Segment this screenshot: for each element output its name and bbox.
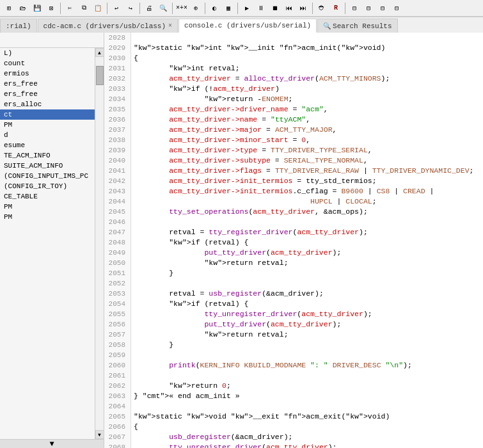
line-num-2063: 2063 [104, 391, 128, 401]
scrollbar-up-arrow[interactable]: ▲ [95, 48, 104, 57]
sidebar-item-16[interactable]: PM [0, 212, 95, 222]
code-line-2032[interactable]: acm_tty_driver = alloc_tty_driver(ACM_TT… [134, 74, 478, 84]
code-line-2059[interactable] [134, 350, 478, 360]
code-line-2038[interactable]: acm_tty_driver->minor_start = 0, [134, 135, 478, 145]
copy-btn[interactable]: ⧉ [77, 2, 90, 15]
code-line-2061[interactable] [134, 371, 478, 381]
pause-btn[interactable]: ⏸ [255, 2, 267, 15]
search-btn[interactable]: 🔍 [157, 2, 170, 15]
split-btn[interactable]: ◐ [208, 2, 221, 15]
code-line-2040[interactable]: acm_tty_driver->subtype = SERIAL_TYPE_NO… [134, 156, 478, 166]
code-line-2028[interactable] [134, 33, 478, 43]
sidebar-item-3[interactable]: ers_free [0, 79, 95, 89]
code-line-2051[interactable]: } [134, 268, 478, 278]
paste-btn[interactable]: 📋 [91, 2, 104, 15]
step-back-btn[interactable]: ⏮ [283, 2, 296, 15]
sidebar-item-9[interactable]: esume [0, 140, 95, 150]
code-line-2031[interactable]: "kw">int retval; [134, 63, 478, 74]
code-line-2056[interactable]: put_tty_driver(acm_tty_driver); [134, 319, 478, 330]
save-btn[interactable]: 💾 [31, 2, 44, 15]
sidebar-item-14[interactable]: CE_TABLE [0, 191, 95, 202]
redo-btn[interactable]: ↪ [124, 2, 137, 15]
view2-btn[interactable]: ⊟ [362, 2, 375, 15]
sidebar-search-input[interactable] [3, 36, 101, 44]
sidebar-item-4[interactable]: ers_free [0, 89, 95, 99]
code-line-2060[interactable]: printk(KERN_INFO KBUILD_MODNAME ": " DRI… [134, 360, 478, 371]
grid-btn[interactable]: ▦ [222, 2, 235, 15]
code-line-2057[interactable]: "kw">return retval; [134, 330, 478, 340]
sidebar-item-6[interactable]: ct [0, 109, 95, 120]
sidebar-item-15[interactable]: PM [0, 202, 95, 212]
view1-btn[interactable]: ⊟ [348, 2, 361, 15]
sidebar-item-12[interactable]: (CONFIG_INPUT_IMS_PC [0, 171, 95, 181]
code-line-2049[interactable]: put_tty_driver(acm_tty_driver); [134, 248, 478, 258]
line-num-2030: 2030 [104, 53, 128, 63]
tab-serial[interactable]: :rial) [0, 19, 37, 33]
code-line-2068[interactable]: tty_unregister_driver(acm_tty_driver); [134, 442, 478, 448]
code-line-2039[interactable]: acm_tty_driver->type = TTY_DRIVER_TYPE_S… [134, 145, 478, 156]
sidebar-item-11[interactable]: SUITE_ACM_INFO [0, 161, 95, 171]
code-line-2053[interactable]: retval = usb_register(&acm_driver); [134, 289, 478, 299]
stop-btn[interactable]: ⏹ [269, 2, 281, 15]
code-line-2045[interactable]: tty_set_operations(acm_tty_driver, &acm_… [134, 207, 478, 217]
sidebar-item-5[interactable]: ers_alloc [0, 99, 95, 109]
open-btn[interactable]: 🗁 [17, 2, 29, 15]
code-line-2048[interactable]: "kw">if (retval) { [134, 237, 478, 248]
sidebar-item-10[interactable]: TE_ACM_INFO [0, 150, 95, 161]
code-line-2065[interactable]: "kw">static "kw">void "kw">__exit "fn">a… [134, 412, 478, 422]
line-num-2041: 2041 [104, 166, 128, 176]
code-line-2055[interactable]: tty_unregister_driver(acm_tty_driver); [134, 309, 478, 319]
code-line-2047[interactable]: retval = tty_register_driver(acm_tty_dri… [134, 227, 478, 237]
step-fwd-btn[interactable]: ⏭ [297, 2, 310, 15]
code-line-2034[interactable]: "kw">return -ENOMEM; [134, 94, 478, 104]
line-num-2038: 2038 [104, 135, 128, 145]
view3-btn[interactable]: ⊟ [376, 2, 389, 15]
tab-search-results[interactable]: 🔍 Search Results [317, 19, 397, 33]
scrollbar-thumb[interactable] [96, 66, 104, 85]
code-line-2044[interactable]: HUPCL | CLOCAL; [134, 196, 478, 207]
add-btn[interactable]: ⊕ [189, 2, 202, 15]
sidebar-item-13[interactable]: (CONFIG_IR_TOY) [0, 181, 95, 191]
code-line-2066[interactable]: { [134, 422, 478, 432]
regex-btn[interactable]: R [329, 2, 342, 15]
debug-btn[interactable]: ⛑ [315, 2, 328, 15]
code-line-2037[interactable]: acm_tty_driver->major = ACM_TTY_MAJOR, [134, 125, 478, 135]
code-line-2029[interactable]: "kw">static "kw">int "kw">__init "fn">ac… [134, 43, 478, 53]
sidebar-item-7[interactable]: PM [0, 120, 95, 130]
sidebar-item-1[interactable]: count [0, 58, 95, 68]
code-line-2043[interactable]: acm_tty_driver->init_termios.c_cflag = B… [134, 186, 478, 196]
new-file-btn[interactable]: ⊞ [3, 2, 15, 15]
tab-cdc[interactable]: cdc-acm.c (drivers/usb/class) × [38, 19, 178, 33]
close-btn[interactable]: ⊠ [45, 2, 58, 15]
code-line-2042[interactable]: acm_tty_driver->init_termios = tty_std_t… [134, 176, 478, 186]
code-line-2064[interactable] [134, 401, 478, 412]
code-line-2035[interactable]: acm_tty_driver->driver_name = "acm", [134, 104, 478, 115]
scrollbar-down-arrow[interactable]: ▼ [95, 430, 104, 439]
code-line-2036[interactable]: acm_tty_driver->name = "ttyACM", [134, 115, 478, 125]
tab-cdc-close[interactable]: × [168, 22, 172, 29]
code-line-2041[interactable]: acm_tty_driver->flags = TTY_DRIVER_REAL_… [134, 166, 478, 176]
code-line-2030[interactable]: { [134, 53, 478, 63]
code-line-2054[interactable]: "kw">if (retval) { [134, 299, 478, 309]
print-btn[interactable]: 🖨 [143, 2, 155, 15]
code-line-2033[interactable]: "kw">if (!acm_tty_driver) [134, 84, 478, 94]
replace-btn[interactable]: ×+× [175, 2, 188, 15]
code-line-2067[interactable]: usb_deregister(&acm_driver); [134, 432, 478, 442]
undo-btn[interactable]: ↩ [110, 2, 123, 15]
sidebar-item-2[interactable]: ermios [0, 68, 95, 79]
sidebar-search-bar[interactable] [0, 33, 104, 48]
view4-btn[interactable]: ⊟ [390, 2, 403, 15]
cut-btn[interactable]: ✄ [63, 2, 76, 15]
code-line-2046[interactable] [134, 217, 478, 227]
run-btn[interactable]: ▶ [241, 2, 253, 15]
code-line-2062[interactable]: "kw">return 0; [134, 381, 478, 391]
code-line-2052[interactable] [134, 278, 478, 289]
code-line-2058[interactable]: } [134, 340, 478, 350]
tab-console[interactable]: console.c (drivers/usb/serial) [178, 19, 317, 33]
sidebar-bottom-arrow[interactable]: ▼ [0, 439, 104, 448]
code-line-2063[interactable]: } "cmt">« end acm_init » [134, 391, 478, 401]
sidebar-item-8[interactable]: d [0, 130, 95, 140]
code-line-2050[interactable]: "kw">return retval; [134, 258, 478, 268]
sidebar-item-0[interactable]: L) [0, 48, 95, 58]
code-lines[interactable]: "kw">static "kw">int "kw">__init "fn">ac… [131, 33, 483, 448]
